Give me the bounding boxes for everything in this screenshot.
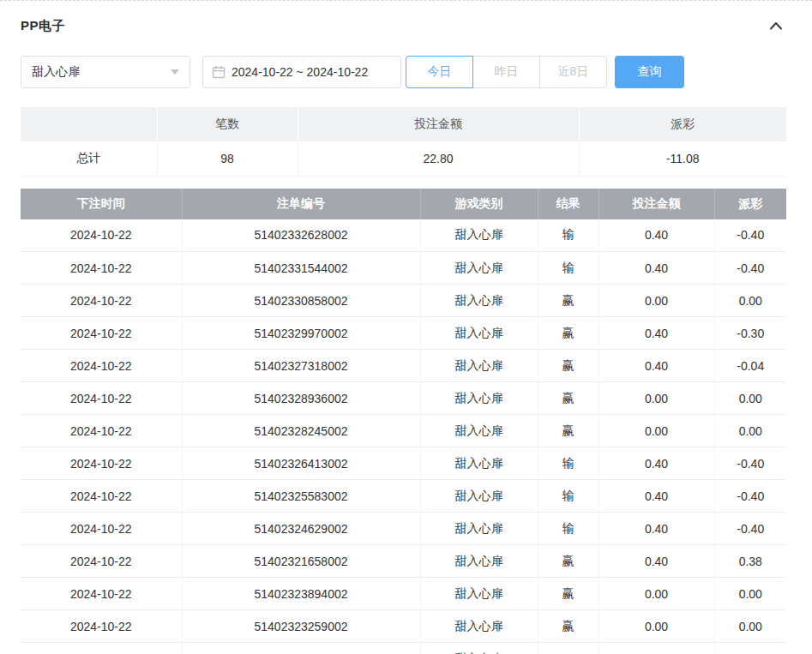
summary-total-label: 总计: [21, 141, 157, 176]
cell-amount: 0.40: [598, 317, 714, 350]
search-button[interactable]: 查询: [615, 56, 684, 88]
cell-payout: -0.40: [714, 219, 786, 252]
cell-game: 甜入心扉: [420, 252, 538, 285]
quick-button-today[interactable]: 今日: [406, 56, 473, 88]
cell-result: [538, 643, 598, 654]
cell-time: 2024-10-22: [21, 513, 182, 545]
cell-time: 2024-10-22: [21, 578, 182, 610]
summary-total-payout: -11.08: [579, 141, 786, 176]
cell-result: 赢: [538, 545, 598, 578]
table-row: 2024-10-2251402328936002甜入心扉赢0.000.00: [21, 382, 786, 415]
cell-payout: -0.04: [714, 350, 786, 382]
caret-down-icon: [171, 69, 179, 75]
report-panel: PP电子 甜入心扉 2024-10-22 ~ 2024-10-22: [0, 0, 812, 654]
cell-time: 2024-10-22: [21, 610, 182, 643]
bet-table: 下注时间 注单编号 游戏类别 结果 投注金额 派彩 2024-10-225140…: [21, 189, 786, 654]
cell-amount: 0.00: [598, 610, 714, 643]
cell-payout: -0.30: [714, 317, 786, 350]
table-row: 2024-10-2251402328245002甜入心扉赢0.000.00: [21, 415, 786, 447]
cell-result: 赢: [538, 610, 598, 643]
bet-table-header-row: 下注时间 注单编号 游戏类别 结果 投注金额 派彩: [21, 189, 786, 219]
cell-payout: 0.00: [714, 415, 786, 447]
summary-header-count: 笔数: [157, 107, 298, 141]
cell-time: 2024-10-22: [21, 252, 182, 285]
table-row: 2024-10-2251402323894002甜入心扉赢0.000.00: [21, 578, 786, 610]
table-row: 2024-10-2251402325583002甜入心扉输0.40-0.40: [21, 480, 786, 513]
cell-game: 甜入心扉: [420, 382, 538, 415]
cell-time: 2024-10-22: [21, 545, 182, 578]
cell-time: 2024-10-22: [21, 285, 182, 317]
table-row: 2024-10-2251402332628002甜入心扉输0.40-0.40: [21, 219, 786, 252]
summary-header-payout: 派彩: [579, 107, 786, 141]
cell-time: 2024-10-22: [21, 415, 182, 447]
calendar-icon: [212, 65, 232, 79]
cell-payout: -0.40: [714, 252, 786, 285]
cell-time: 2024-10-22: [21, 219, 182, 252]
cell-payout: -0.40: [714, 513, 786, 545]
cell-order: 51402327318002: [182, 350, 420, 382]
date-range-input[interactable]: 2024-10-22 ~ 2024-10-22: [202, 56, 401, 88]
filter-row: 甜入心扉 2024-10-22 ~ 2024-10-22 今日 昨日 近8日 查…: [21, 56, 786, 88]
collapse-button[interactable]: [766, 15, 786, 36]
cell-payout: [714, 643, 786, 654]
cell-result: 赢: [538, 382, 598, 415]
cell-order: 51402329970002: [182, 317, 420, 350]
cell-order: 51402332628002: [182, 219, 420, 252]
cell-order: 51402326413002: [182, 447, 420, 480]
cell-order: 51402323259002: [182, 610, 420, 643]
cell-result: 输: [538, 513, 598, 545]
cell-payout: 0.00: [714, 285, 786, 317]
game-select-value: 甜入心扉: [32, 64, 171, 80]
table-row: 2024-10-2251402331544002甜入心扉输0.40-0.40: [21, 252, 786, 285]
table-row: 2024-10-2251402324629002甜入心扉输0.40-0.40: [21, 513, 786, 545]
cell-game: 甜入心扉: [420, 219, 538, 252]
section-header: PP电子: [21, 13, 786, 39]
summary-table: 笔数 投注金额 派彩 总计 98 22.80 -11.08: [21, 107, 786, 177]
cell-order: [182, 643, 420, 654]
table-row: 2024-10-2251402323259002甜入心扉赢0.000.00: [21, 610, 786, 643]
cell-time: 2024-10-22: [21, 382, 182, 415]
cell-game: 甜入心扉: [420, 610, 538, 643]
cell-time: 2024-10-22: [21, 447, 182, 480]
cell-payout: -0.40: [714, 447, 786, 480]
cell-time: 2024-10-22: [21, 317, 182, 350]
cell-result: 赢: [538, 317, 598, 350]
cell-order: 51402328245002: [182, 415, 420, 447]
bet-table-body: 2024-10-2251402332628002甜入心扉输0.40-0.4020…: [21, 219, 786, 654]
quick-range-group: 今日 昨日 近8日: [406, 56, 607, 88]
header-order-number: 注单编号: [182, 189, 420, 219]
table-row: 2024-10-2251402327318002甜入心扉赢0.40-0.04: [21, 350, 786, 382]
cell-result: 输: [538, 219, 598, 252]
cell-payout: 0.38: [714, 545, 786, 578]
cell-order: 51402325583002: [182, 480, 420, 513]
cell-order: 51402331544002: [182, 252, 420, 285]
cell-game: 甜入心扉: [420, 643, 538, 654]
cell-amount: 0.40: [598, 545, 714, 578]
cell-result: 赢: [538, 415, 598, 447]
game-select[interactable]: 甜入心扉: [21, 56, 190, 88]
chevron-up-icon: [768, 20, 784, 32]
date-range-value: 2024-10-22 ~ 2024-10-22: [232, 65, 368, 79]
header-payout: 派彩: [714, 189, 786, 219]
cell-order: 51402330858002: [182, 285, 420, 317]
table-row: 2024-10-2251402321658002甜入心扉赢0.400.38: [21, 545, 786, 578]
header-game-category: 游戏类别: [420, 189, 538, 219]
cell-game: 甜入心扉: [420, 285, 538, 317]
quick-button-yesterday[interactable]: 昨日: [472, 56, 540, 88]
cell-order: 51402321658002: [182, 545, 420, 578]
cell-game: 甜入心扉: [420, 350, 538, 382]
cell-time: [21, 643, 182, 654]
cell-amount: [598, 643, 714, 654]
cell-amount: 0.40: [598, 513, 714, 545]
cell-order: 51402324629002: [182, 513, 420, 545]
cell-time: 2024-10-22: [21, 480, 182, 513]
header-bet-time: 下注时间: [21, 189, 182, 219]
cell-game: 甜入心扉: [420, 480, 538, 513]
cell-game: 甜入心扉: [420, 578, 538, 610]
summary-header-bet-amount: 投注金额: [298, 107, 579, 141]
cell-result: 赢: [538, 285, 598, 317]
cell-amount: 0.00: [598, 415, 714, 447]
cell-amount: 0.40: [598, 480, 714, 513]
quick-button-last8days[interactable]: 近8日: [539, 56, 607, 88]
cell-game: 甜入心扉: [420, 447, 538, 480]
